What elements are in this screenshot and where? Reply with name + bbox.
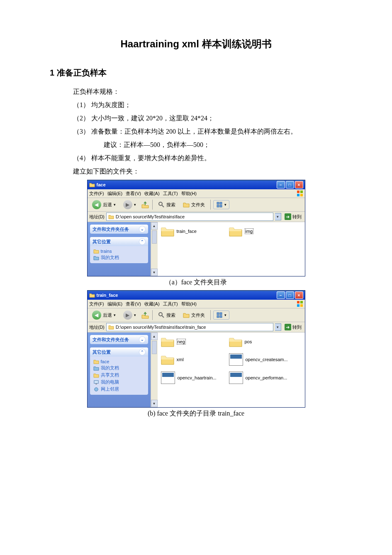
folder-train-face[interactable]: train_face (161, 225, 223, 237)
folders-button[interactable]: 文件夹 (180, 200, 208, 209)
menu-edit[interactable]: 编辑(E) (107, 191, 123, 197)
scroll-thumb[interactable] (152, 230, 157, 244)
up-button[interactable] (141, 311, 150, 320)
folder-label: img (245, 228, 254, 234)
sidebar-link-mydocs[interactable]: 我的文档 (93, 365, 145, 371)
menu-file[interactable]: 文件(F) (89, 301, 104, 307)
tasks-panel-label: 文件和文件夹任务 (93, 226, 129, 232)
sidebar-link-trains[interactable]: trains (93, 249, 145, 254)
svg-rect-0 (297, 191, 299, 193)
forward-button[interactable]: ▶ ▾ (120, 309, 139, 321)
tasks-panel-label: 文件和文件夹任务 (93, 337, 129, 343)
file-createsamples[interactable]: opencv_createsam... (229, 353, 291, 366)
other-panel-header[interactable]: 其它位置 ⌃ (90, 347, 148, 357)
svg-rect-9 (220, 205, 222, 207)
folder-neg[interactable]: neg (161, 336, 223, 347)
menu-tools[interactable]: 工具(T) (163, 191, 178, 197)
titlebar[interactable]: face – □ × (88, 180, 305, 189)
svg-rect-13 (300, 304, 303, 307)
link-label: 网上邻居 (101, 386, 119, 392)
sidebar-link-face[interactable]: face (93, 359, 145, 364)
documents-icon (93, 255, 99, 260)
views-button[interactable]: ▾ (213, 311, 229, 320)
forward-button[interactable]: ▶ ▾ (120, 199, 139, 210)
menu-favorites[interactable]: 收藏(A) (144, 191, 160, 197)
explorer-window-face: face – □ × 文件(F) 编辑(E) 查看(V) 收藏(A) 工具(T)… (87, 180, 305, 276)
address-path: D:\open source\MyTest\trains\face (116, 214, 185, 219)
file-label: opencv_createsam... (246, 357, 288, 362)
maximize-button[interactable]: □ (286, 291, 294, 299)
menu-help[interactable]: 帮助(H) (181, 301, 197, 307)
menu-edit[interactable]: 编辑(E) (107, 301, 123, 307)
address-input[interactable]: D:\open source\MyTest\trains\face\train_… (106, 323, 273, 331)
tasks-panel-header[interactable]: 文件和文件夹任务 ⌄ (90, 225, 148, 234)
address-dropdown[interactable]: ▾ (275, 213, 281, 220)
menu-favorites[interactable]: 收藏(A) (144, 301, 160, 307)
sidebar-link-shareddocs[interactable]: 共享文档 (93, 372, 145, 378)
sidebar-link-mydocs[interactable]: 我的文档 (93, 254, 145, 261)
scroll-up-icon[interactable]: ▲ (151, 222, 158, 230)
svg-rect-1 (300, 191, 303, 193)
folder-pos[interactable]: pos (229, 336, 291, 347)
folders-label: 文件夹 (191, 202, 205, 208)
search-button[interactable]: 搜索 (155, 311, 178, 320)
caption-a: （a）face 文件夹目录 (50, 278, 342, 287)
folder-xml[interactable]: xml (161, 353, 223, 366)
go-button[interactable]: ➜ 转到 (283, 323, 303, 331)
views-icon (216, 201, 223, 208)
scroll-thumb[interactable] (152, 341, 157, 354)
views-button[interactable]: ▾ (213, 200, 229, 209)
minimize-button[interactable]: – (277, 291, 285, 299)
dropdown-icon: ▾ (134, 313, 136, 317)
forward-icon: ▶ (123, 311, 132, 320)
menu-view[interactable]: 查看(V) (126, 191, 141, 197)
svg-line-15 (162, 315, 164, 318)
other-panel-header[interactable]: 其它位置 ⌃ (90, 237, 148, 246)
address-input[interactable]: D:\open source\MyTest\trains\face (106, 213, 273, 221)
svg-rect-17 (220, 313, 222, 315)
sidebar-scrollbar[interactable]: ▲ ▼ (151, 222, 158, 276)
up-button[interactable] (141, 200, 150, 209)
folder-img[interactable]: img (229, 225, 291, 237)
window-title: face (97, 182, 277, 187)
tasks-panel-header[interactable]: 文件和文件夹任务 ⌄ (90, 335, 148, 344)
sidebar-link-mycomputer[interactable]: 我的电脑 (93, 379, 145, 385)
menu-view[interactable]: 查看(V) (126, 301, 141, 307)
address-dropdown[interactable]: ▾ (275, 323, 281, 331)
link-label: 我的文档 (101, 365, 119, 371)
svg-rect-12 (297, 304, 299, 307)
scroll-down-icon[interactable]: ▼ (151, 400, 158, 407)
titlebar[interactable]: train_face – □ × (88, 291, 305, 300)
minimize-button[interactable]: – (277, 181, 285, 188)
folder-icon (161, 336, 174, 347)
explorer-window-trainface: train_face – □ × 文件(F) 编辑(E) 查看(V) 收藏(A)… (87, 290, 305, 408)
documents-icon (93, 366, 99, 371)
go-button[interactable]: ➜ 转到 (283, 213, 303, 220)
svg-rect-18 (217, 315, 219, 318)
back-button[interactable]: ◀ 后退 ▾ (89, 199, 119, 210)
svg-rect-11 (300, 301, 303, 303)
file-haartraining[interactable]: opencv_haartrain... (161, 372, 223, 384)
scroll-down-icon[interactable]: ▼ (151, 269, 158, 276)
close-button[interactable]: × (295, 181, 303, 188)
menu-help[interactable]: 帮助(H) (181, 191, 197, 197)
folder-icon (93, 373, 99, 378)
menu-tools[interactable]: 工具(T) (163, 301, 178, 307)
back-button[interactable]: ◀ 后退 ▾ (89, 309, 119, 321)
folder-icon (161, 354, 174, 365)
maximize-button[interactable]: □ (286, 181, 294, 188)
sidebar-scrollbar[interactable]: ▲ ▼ (151, 333, 158, 407)
link-label: 共享文档 (101, 372, 119, 378)
folders-button[interactable]: 文件夹 (180, 311, 208, 320)
file-performance[interactable]: opencv_performan... (229, 372, 291, 384)
addressbar: 地址(D) D:\open source\MyTest\trains\face … (88, 212, 305, 222)
menu-file[interactable]: 文件(F) (89, 191, 104, 197)
search-button[interactable]: 搜索 (155, 200, 178, 209)
folder-label: neg (177, 339, 186, 345)
sidebar-link-network[interactable]: 网上邻居 (93, 386, 145, 392)
folder-label: train_face (177, 229, 197, 234)
svg-point-14 (159, 313, 162, 316)
scroll-up-icon[interactable]: ▲ (151, 333, 158, 340)
folders-icon (183, 312, 190, 318)
close-button[interactable]: × (295, 291, 303, 299)
